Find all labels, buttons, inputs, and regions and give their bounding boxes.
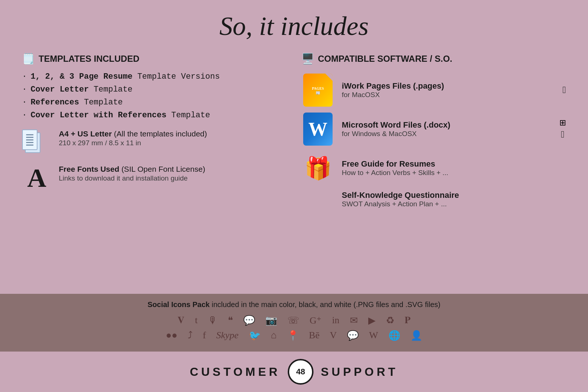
location-icon: 📍: [287, 330, 299, 341]
list-item: · 1, 2, & 3 Page Resume Template Version…: [22, 72, 287, 81]
list-item: · Cover Letter with References Template: [22, 111, 287, 120]
whatsapp-icon: 💬: [347, 330, 359, 341]
behance-icon: Bē: [309, 330, 320, 341]
gift-icon: 🎁: [301, 152, 334, 185]
a4-title: A4 + US Letter (All the templates includ…: [59, 129, 207, 138]
fonts-title: Free Fonts Used (SIL Open Font License): [59, 165, 205, 174]
template-item-normal: Template: [171, 111, 210, 120]
word-os-icons: ⊞ : [559, 118, 566, 140]
tumblr-icon: t: [195, 315, 197, 326]
templates-heading: 🗒️ TEMPLATES INCLUDED: [22, 53, 287, 65]
a4-feature-row: A4 + US Letter (All the templates includ…: [22, 129, 287, 155]
home-icon: ⌂: [271, 330, 277, 341]
twitter-icon: 🐦: [249, 330, 261, 341]
person-icon: 👤: [410, 330, 422, 341]
pages-text: iWork Pages Files (.pages) for MacOSX: [342, 81, 555, 99]
apple-icon-2: : [561, 129, 564, 140]
pages-software-item: PAGES📰 iWork Pages Files (.pages) for Ma…: [301, 74, 566, 107]
main-title: So, it includes: [0, 11, 588, 42]
pages-os-icons: : [563, 85, 566, 96]
skype-icon: Skype: [216, 330, 239, 341]
document-icon: [22, 129, 51, 155]
monitor-icon: 🖥️: [301, 53, 314, 65]
fonts-feature-row: A Free Fonts Used (SIL Open Font License…: [22, 165, 287, 191]
word-text: Microsoft Word Files (.docx) for Windows…: [342, 120, 552, 138]
windows-icon: ⊞: [559, 118, 566, 128]
word-icon: W: [301, 113, 334, 146]
linkedin-icon: in: [332, 315, 339, 326]
chat-icon: 💬: [243, 315, 255, 326]
fonts-subtitle: Links to download it and installation gu…: [59, 174, 205, 182]
gplus-icon: G⁺: [310, 315, 322, 326]
instagram-icon: 📷: [265, 315, 277, 326]
templates-icon: 🗒️: [22, 53, 35, 65]
fonts-feature-text: Free Fonts Used (SIL Open Font License) …: [59, 165, 205, 182]
software-heading: 🖥️ COMPATIBLE SOFTWARE / S.O.: [301, 53, 566, 65]
quote-icon: ❝: [228, 315, 233, 326]
podcast-icon: 🎙: [208, 315, 218, 326]
guide-text: Free Guide for Resumes How to + Action V…: [342, 159, 566, 177]
template-item-bold: 1, 2, & 3 Page Resume: [31, 72, 132, 81]
word-software-item: W Microsoft Word Files (.docx) for Windo…: [301, 113, 566, 146]
content-area: 🗒️ TEMPLATES INCLUDED · 1, 2, & 3 Page R…: [0, 49, 588, 290]
footer-left-text: CUSTOMER: [190, 365, 280, 379]
template-list: · 1, 2, & 3 Page Resume Template Version…: [22, 72, 287, 120]
template-item-bold: Cover Letter: [31, 85, 89, 94]
a4-subtitle: 210 x 297 mm / 8.5 x 11 in: [59, 139, 207, 147]
social-bold-text: Social Icons Pack: [147, 300, 209, 309]
social-normal-text: included in the main color, black, and w…: [209, 300, 440, 309]
template-item-normal: Template Versions: [137, 72, 220, 81]
pinterest-icon: 𝐏: [405, 315, 410, 326]
recycle-icon: ♻: [386, 315, 394, 326]
list-item: · References Template: [22, 98, 287, 107]
fonts-icon: A: [22, 165, 51, 191]
email-icon: ✉: [350, 315, 358, 326]
template-item-bold: Cover Letter with References: [31, 111, 166, 120]
youtube-icon: ▶: [368, 315, 376, 326]
clock-number: 48: [296, 367, 305, 377]
questionnaire-item: Self-Knowledge Questionnaire SWOT Analys…: [301, 190, 566, 208]
apple-icon: : [563, 85, 566, 96]
phone-icon: ☏: [287, 315, 300, 326]
globe-icon: 🌐: [388, 330, 400, 341]
footer-right-text: SUPPORT: [321, 365, 398, 379]
social-icons-row-2: ●● ⤴ f Skype 🐦 ⌂ 📍 Bē V 💬 W 🌐 👤: [22, 330, 566, 341]
flickr-icon: ●●: [166, 330, 177, 341]
rss-icon: ⤴: [188, 330, 193, 341]
header-section: So, it includes: [0, 0, 588, 49]
right-column: 🖥️ COMPATIBLE SOFTWARE / S.O. PAGES📰 iWo…: [301, 53, 566, 290]
social-banner: Social Icons Pack included in the main c…: [0, 294, 588, 352]
left-column: 🗒️ TEMPLATES INCLUDED · 1, 2, & 3 Page R…: [22, 53, 287, 290]
a4-feature-text: A4 + US Letter (All the templates includ…: [59, 129, 207, 147]
social-icons-row-1: 𝐕 t 🎙 ❝ 💬 📷 ☏ G⁺ in ✉ ▶ ♻ 𝐏: [22, 315, 566, 326]
vine-icon: V: [330, 330, 337, 341]
facebook-icon: f: [203, 330, 206, 341]
pages-icon: PAGES📰: [301, 74, 334, 107]
template-item-bold: References: [31, 98, 79, 107]
wordpress-icon: W: [369, 330, 378, 341]
vimeo-icon: 𝐕: [178, 315, 184, 326]
template-item-normal: Template: [84, 98, 123, 107]
template-item-normal: Template: [94, 85, 133, 94]
social-banner-text: Social Icons Pack included in the main c…: [22, 300, 566, 309]
page-wrapper: So, it includes 🗒️ TEMPLATES INCLUDED · …: [0, 0, 588, 392]
footer-clock: 48: [288, 359, 313, 385]
guide-item: 🎁 Free Guide for Resumes How to + Action…: [301, 152, 566, 185]
footer-section: CUSTOMER 48 SUPPORT: [0, 352, 588, 392]
list-item: · Cover Letter Template: [22, 85, 287, 94]
